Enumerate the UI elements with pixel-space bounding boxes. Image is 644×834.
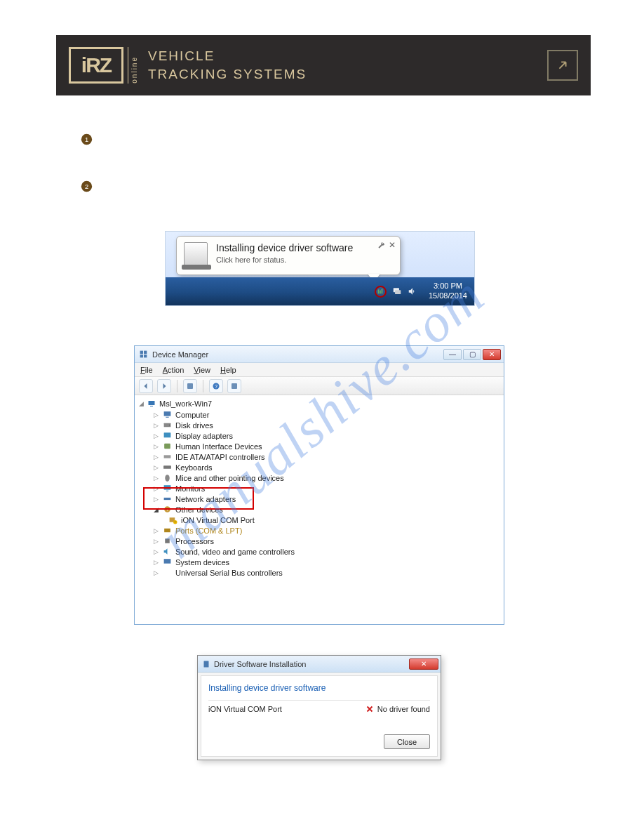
svg-text:1: 1 [84,135,88,143]
header-title-line1: VEHICLE [148,47,307,65]
tree-item-other-devices[interactable]: ◢?Other devices [136,504,501,515]
maximize-button[interactable]: ▢ [463,349,481,360]
notification-balloon[interactable]: Installing device driver software Click … [176,236,401,275]
tree-root-label: Msl_work-Win7 [159,399,212,408]
device-icon [184,242,208,269]
tree-item-monitors[interactable]: ▷Monitors [136,483,501,494]
menu-bar: File Action View Help [135,363,504,377]
menu-view[interactable]: View [194,366,210,374]
figure-taskbar-notification: Installing device driver software Click … [165,231,475,306]
menu-file[interactable]: File [140,366,153,374]
svg-rect-26 [166,491,168,491]
close-button[interactable]: ✕ [483,349,501,360]
tree-item-processors[interactable]: ▷Processors [136,536,501,546]
menu-help[interactable]: Help [220,366,236,374]
close-button[interactable]: Close [384,734,430,749]
svg-point-24 [165,475,170,482]
taskbar-clock[interactable]: 3:00 PM 15/08/2014 [429,282,467,301]
clock-time: 3:00 PM [429,282,467,291]
properties-button[interactable] [183,379,197,393]
svg-rect-22 [164,455,171,458]
back-button[interactable] [139,379,153,393]
dialog-row: iON Virtual COM Port No driver found [208,700,430,713]
header-title: VEHICLE TRACKING SYSTEMS [148,47,307,83]
svg-rect-34 [165,538,170,543]
svg-rect-17 [166,417,168,418]
tree-root[interactable]: ◢ Msl_work-Win7 [136,398,501,409]
tray-icons [375,286,417,298]
forward-button[interactable] [157,379,171,393]
bullet-2: 2 [79,179,93,193]
tree-item-ion-virtual-com-port[interactable]: ! iON Virtual COM Port [136,515,501,525]
svg-rect-9 [144,355,147,357]
svg-rect-7 [144,351,147,354]
device-tree: ◢ Msl_work-Win7 ▷Computer ▷Disk drives ▷… [135,395,504,624]
volume-icon[interactable] [408,286,417,296]
logo-online-text: online [128,47,138,84]
svg-rect-6 [140,351,143,354]
balloon-title: Installing device driver software [216,242,353,253]
svg-rect-21 [164,444,170,449]
error-x-icon [365,705,374,713]
svg-rect-36 [204,661,209,667]
svg-rect-5 [395,290,401,294]
svg-rect-20 [164,432,171,437]
tree-item-mice[interactable]: ▷Mice and other pointing devices [136,472,501,483]
svg-rect-13 [232,383,237,389]
header-title-line2: TRACKING SYSTEMS [148,65,307,84]
menu-action[interactable]: Action [163,366,185,374]
logo: iRZ online [69,47,138,84]
logo-irz-text: iRZ [69,47,123,84]
dialog-titlebar: Driver Software Installation ✕ [198,656,441,673]
close-icon[interactable]: ✕ [389,240,396,250]
tree-item-ports[interactable]: ▷Ports (COM & LPT) [136,525,501,536]
clock-date: 15/08/2014 [429,291,467,301]
svg-rect-16 [164,411,171,416]
tree-item-computer[interactable]: ▷Computer [136,409,501,420]
svg-rect-10 [187,383,193,389]
balloon-controls: ✕ [377,240,396,250]
help-button[interactable]: ? [209,379,223,393]
figure-driver-dialog: Driver Software Installation ✕ Installin… [197,655,441,760]
tree-item-usb[interactable]: ▷Universal Serial Bus controllers [136,567,501,578]
svg-text:?: ? [215,383,217,388]
minimize-button[interactable]: — [443,349,462,360]
svg-rect-14 [149,401,155,405]
tree-item-system-devices[interactable]: ▷System devices [136,557,501,567]
tray-highlighted-icon[interactable] [375,286,387,298]
svg-rect-33 [164,529,170,532]
install-icon [202,660,210,668]
tree-item-keyboards[interactable]: ▷Keyboards [136,462,501,472]
tree-item-ide[interactable]: ▷IDE ATA/ATAPI controllers [136,451,501,462]
dialog-device-name: iON Virtual COM Port [208,705,282,713]
tree-item-network[interactable]: ▷Network adapters [136,494,501,504]
figure-device-manager-window: Device Manager — ▢ ✕ File Action View He… [134,345,504,625]
window-titlebar: Device Manager — ▢ ✕ [135,346,504,363]
window-buttons: — ▢ ✕ [443,349,501,360]
svg-rect-23 [163,465,171,468]
network-icon[interactable] [392,286,402,296]
bullet-1: 1 [79,132,93,146]
tree-item-disk-drives[interactable]: ▷Disk drives [136,420,501,430]
svg-rect-15 [150,406,153,406]
expand-icon[interactable] [547,50,578,81]
svg-point-19 [169,425,170,426]
wrench-icon[interactable] [377,241,385,249]
svg-rect-35 [164,559,171,564]
window-title: Device Manager [152,350,208,359]
refresh-button[interactable] [227,379,241,393]
tree-item-display-adapters[interactable]: ▷Display adapters [136,430,501,441]
doc-header: iRZ online VEHICLE TRACKING SYSTEMS [56,35,591,95]
svg-rect-27 [164,498,171,500]
dialog-close-button[interactable]: ✕ [409,658,438,670]
toolbar: ? [135,377,504,395]
balloon-subtitle: Click here for status. [216,256,353,264]
dialog-heading: Installing device driver software [208,683,430,693]
svg-rect-25 [164,485,171,490]
svg-text:!: ! [175,520,175,524]
svg-rect-8 [140,355,143,357]
tree-item-sound[interactable]: ▷Sound, video and game controllers [136,546,501,557]
tree-item-hid[interactable]: ▷Human Interface Devices [136,441,501,451]
taskbar: 3:00 PM 15/08/2014 [166,277,474,305]
svg-text:2: 2 [84,183,88,190]
